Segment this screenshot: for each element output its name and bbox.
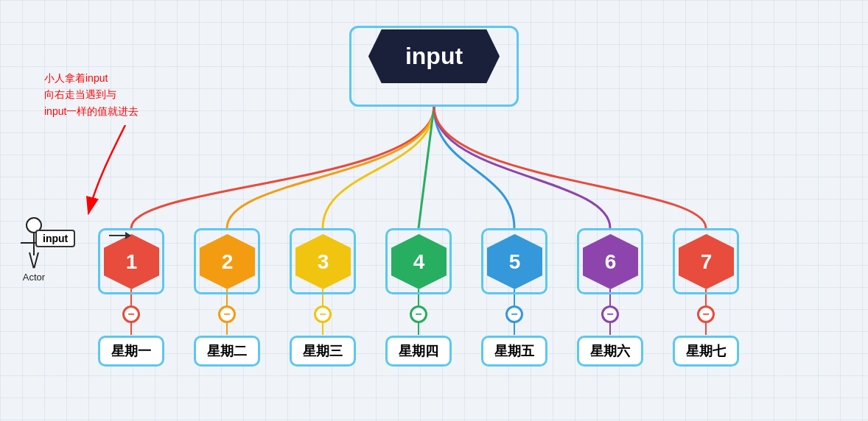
input-node: input [368, 29, 500, 83]
day-3-label: 星期三 [290, 336, 356, 367]
annotation-line-1: 小人拿着input [44, 70, 139, 86]
connector-1 [122, 305, 140, 323]
day-1-label: 星期一 [98, 336, 164, 367]
main-canvas: input 1 星期一 2 星期二 3 星期三 4 星期四 5 星期五 6 星期… [0, 0, 868, 421]
actor-input-badge: input [35, 230, 75, 247]
annotation-text: 小人拿着input 向右走当遇到与 input一样的值就进去 [44, 70, 139, 119]
annotation-line-2: 向右走当遇到与 [44, 86, 139, 102]
annotation-arrow [81, 125, 140, 221]
day-5-label: 星期五 [481, 336, 547, 367]
actor-arrow [109, 228, 131, 243]
actor-label: Actor [21, 272, 47, 283]
connector-7 [697, 305, 715, 323]
day-4-label: 星期四 [385, 336, 452, 367]
actor-legs [29, 252, 39, 269]
day-7-label: 星期七 [673, 336, 739, 367]
annotation-line-3: input一样的值就进去 [44, 103, 139, 119]
connector-3 [314, 305, 332, 323]
connector-5 [505, 305, 523, 323]
actor-figure: Actor [21, 217, 47, 283]
actor-right-leg [33, 252, 39, 269]
connector-2 [218, 305, 236, 323]
day-2-label: 星期二 [194, 336, 260, 367]
connector-6 [601, 305, 619, 323]
connector-4 [410, 305, 427, 323]
svg-marker-16 [125, 232, 131, 239]
day-6-label: 星期六 [577, 336, 643, 367]
